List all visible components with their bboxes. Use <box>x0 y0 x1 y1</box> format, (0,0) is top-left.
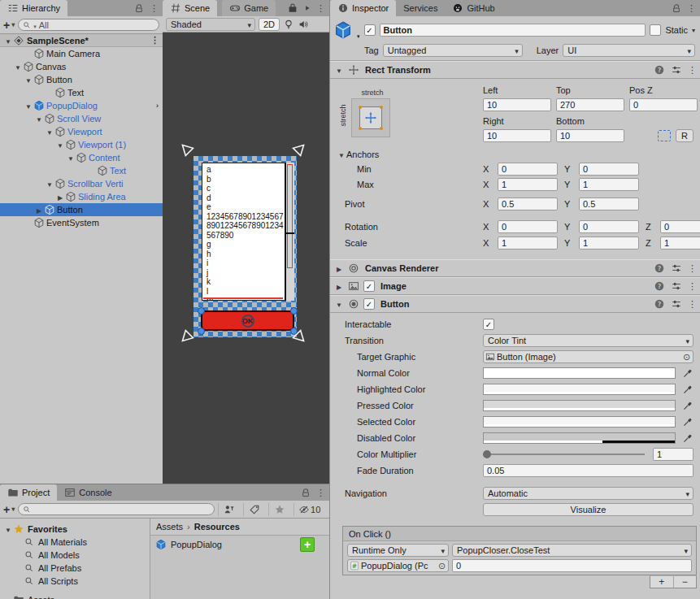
hierarchy-item-viewport[interactable]: Viewport <box>0 125 163 138</box>
blueprint-mode-button[interactable] <box>658 130 671 141</box>
add-badge-icon[interactable] <box>300 537 315 552</box>
hidden-packages-button[interactable]: 10 <box>293 503 324 516</box>
color-multiplier-field[interactable]: 1 <box>653 448 693 461</box>
scene-viewport[interactable]: a b c d e 12345678901234567 890123456789… <box>163 33 329 484</box>
help-icon[interactable]: ? <box>654 280 665 292</box>
hierarchy-item-scroll-view[interactable]: Scroll View <box>0 112 163 125</box>
component-kebab-icon[interactable] <box>688 65 696 76</box>
project-search-input[interactable] <box>18 503 215 515</box>
prefab-open-arrow[interactable] <box>156 102 159 110</box>
hierarchy-item-content-text[interactable]: Text <box>0 164 163 177</box>
event-function-dropdown[interactable]: PopupCloser.CloseTest <box>452 544 692 557</box>
tag-dropdown[interactable]: Untagged <box>383 44 523 57</box>
slider-knob[interactable] <box>483 450 491 458</box>
hierarchy-item-button-selected[interactable]: Button <box>0 203 163 216</box>
object-picker-icon[interactable] <box>437 561 447 571</box>
anchor-handle-top-left[interactable] <box>177 140 196 158</box>
breadcrumb-resources[interactable]: Resources <box>194 522 240 532</box>
add-event-button[interactable] <box>650 576 673 588</box>
layer-dropdown[interactable]: UI <box>563 44 695 57</box>
event-target-object-field[interactable]: # PopupDialog (Pc <box>347 559 449 572</box>
gameobject-name-field[interactable]: Button <box>380 24 646 37</box>
navigation-dropdown[interactable]: Automatic <box>483 487 693 500</box>
preset-icon[interactable] <box>671 298 682 310</box>
rect-handle-dot[interactable] <box>198 307 205 315</box>
scale-y-field[interactable]: 1 <box>579 237 639 250</box>
eyedropper-icon[interactable] <box>682 432 693 444</box>
help-icon[interactable]: ? <box>654 298 665 310</box>
create-asset-button[interactable] <box>3 506 15 514</box>
raw-edit-button[interactable]: R <box>676 129 693 142</box>
help-icon[interactable]: ? <box>654 64 665 76</box>
rect-handle-dot[interactable] <box>198 328 205 335</box>
ok-button-object[interactable]: OK <box>201 310 294 331</box>
lock-icon[interactable] <box>133 2 145 14</box>
tab-game[interactable]: Game <box>222 0 276 16</box>
highlighted-color-swatch[interactable] <box>483 384 676 395</box>
inspector-kebab-icon[interactable] <box>687 3 695 14</box>
object-picker-icon[interactable] <box>681 352 692 362</box>
event-argument-field[interactable]: 0 <box>452 559 692 572</box>
favorites-all-models[interactable]: All Models <box>0 549 150 562</box>
rect-handle-dot[interactable] <box>290 307 298 315</box>
project-kebab-icon[interactable] <box>316 488 324 498</box>
tab-project[interactable]: Project <box>0 484 57 501</box>
menu-kebab-icon[interactable] <box>150 3 158 14</box>
tab-scroll-arrow-icon[interactable] <box>303 2 311 14</box>
hierarchy-item-eventsystem[interactable]: EventSystem <box>0 216 163 229</box>
disabled-color-swatch[interactable] <box>483 432 676 444</box>
scale-z-field[interactable]: 1 <box>660 237 700 250</box>
tab-inspector[interactable]: Inspector <box>330 0 396 16</box>
asset-popupdialog[interactable]: PopupDialog <box>150 536 329 553</box>
canvas-renderer-header[interactable]: Canvas Renderer ? <box>330 259 700 277</box>
right-field[interactable]: 10 <box>483 129 551 142</box>
hierarchy-item-sliding-area[interactable]: Sliding Area <box>0 190 163 203</box>
top-field[interactable]: 270 <box>556 98 624 111</box>
rect-transform-header[interactable]: Rect Transform ? <box>330 61 700 79</box>
interactable-checkbox[interactable] <box>483 319 494 330</box>
component-kebab-icon[interactable] <box>688 281 696 292</box>
rotation-y-field[interactable]: 0 <box>579 220 639 233</box>
component-kebab-icon[interactable] <box>688 263 696 274</box>
icon-dropdown-arrow[interactable]: ▾ <box>357 33 360 40</box>
rotation-x-field[interactable]: 0 <box>498 220 558 233</box>
scene-kebab-icon[interactable] <box>316 3 324 14</box>
breadcrumb-assets[interactable]: Assets <box>156 522 183 532</box>
active-checkbox[interactable] <box>364 24 376 36</box>
eyedropper-icon[interactable] <box>682 367 693 379</box>
favorites-all-prefabs[interactable]: All Prefabs <box>0 562 150 575</box>
selected-color-swatch[interactable] <box>483 416 676 428</box>
favorites-folder[interactable]: Favorites <box>0 523 150 536</box>
eyedropper-icon[interactable] <box>682 384 693 395</box>
eyedropper-icon[interactable] <box>682 400 693 411</box>
anchor-handle-bottom-left[interactable] <box>177 328 196 347</box>
expand-icon[interactable] <box>3 36 13 46</box>
lock-icon[interactable] <box>671 2 682 14</box>
visualize-button[interactable]: Visualize <box>483 503 693 516</box>
favorites-star-button[interactable] <box>268 503 290 516</box>
shading-mode-dropdown[interactable]: Shaded <box>166 18 255 31</box>
bottom-field[interactable]: 10 <box>556 129 624 142</box>
image-header[interactable]: Image ? <box>330 277 700 295</box>
component-kebab-icon[interactable] <box>688 299 696 310</box>
asset-store-bag-icon[interactable] <box>287 2 298 14</box>
hierarchy-item-canvas[interactable]: Canvas <box>0 60 163 73</box>
2d-toggle-button[interactable]: 2D <box>259 18 280 31</box>
scroll-view-object[interactable]: a b c d e 12345678901234567 890123456789… <box>202 163 286 301</box>
pivot-gizmo[interactable] <box>241 315 254 328</box>
pivot-x-field[interactable]: 0.5 <box>498 197 558 211</box>
search-by-type-button[interactable] <box>218 503 240 516</box>
max-x-field[interactable]: 1 <box>498 178 558 191</box>
scale-x-field[interactable]: 1 <box>498 237 558 250</box>
hierarchy-search-input[interactable]: All <box>18 19 159 31</box>
tab-scene[interactable]: Scene <box>163 0 217 16</box>
tab-console[interactable]: Console <box>57 484 119 501</box>
gameobject-icon[interactable] <box>333 20 353 40</box>
pivot-y-field[interactable]: 0.5 <box>579 197 639 211</box>
preset-icon[interactable] <box>671 280 682 292</box>
pressed-color-swatch[interactable] <box>483 400 676 411</box>
transition-dropdown[interactable]: Color Tint <box>483 334 693 347</box>
hierarchy-item-scrollbar-vertical[interactable]: Scrollbar Verti <box>0 177 163 190</box>
tab-services[interactable]: Services <box>396 0 445 16</box>
scene-header-row[interactable]: SampleScene* <box>0 34 163 47</box>
